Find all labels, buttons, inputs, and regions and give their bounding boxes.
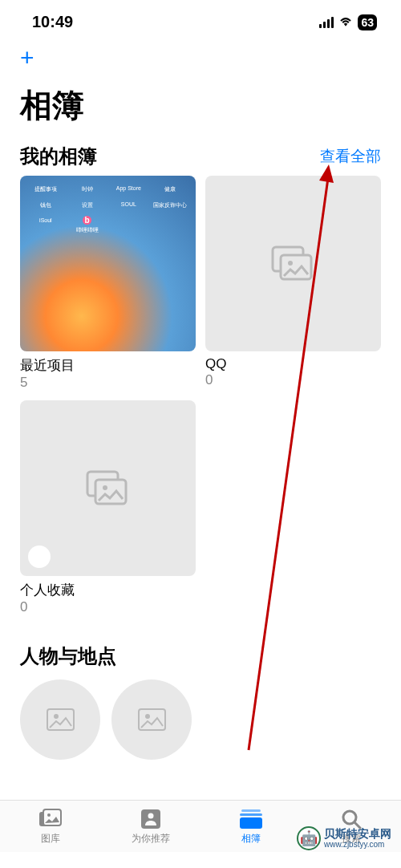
tab-label: 为你推荐 <box>132 832 170 846</box>
wifi-icon <box>338 15 353 30</box>
album-thumbnail: 提醒事项 时钟 App Store 健康 钱包 设置 SOUL 国家反诈中心 i… <box>20 176 196 351</box>
person-placeholder-icon <box>138 708 166 731</box>
svg-rect-15 <box>141 809 160 829</box>
svg-point-9 <box>145 714 150 719</box>
people-row <box>0 675 401 760</box>
svg-point-5 <box>103 485 107 490</box>
tab-albums[interactable]: 相簿 <box>200 801 301 852</box>
watermark-url: www.zjbstyy.com <box>324 840 391 849</box>
status-indicators: 63 <box>319 14 377 30</box>
library-icon <box>38 808 63 830</box>
status-time: 10:49 <box>32 13 73 31</box>
add-album-button[interactable]: + <box>0 40 401 75</box>
album-recent[interactable]: 提醒事项 时钟 App Store 健康 钱包 设置 SOUL 国家反诈中心 i… <box>20 176 196 391</box>
svg-rect-19 <box>240 817 262 829</box>
screenshot-preview: 提醒事项 时钟 App Store 健康 钱包 设置 SOUL 国家反诈中心 i… <box>20 184 196 234</box>
watermark-logo-icon: 🤖 <box>297 826 321 850</box>
album-qq[interactable]: QQ 0 <box>205 176 381 391</box>
gallery-icon <box>86 470 130 506</box>
watermark-title: 贝斯特安卓网 <box>324 828 391 840</box>
svg-rect-17 <box>241 809 261 812</box>
person-item[interactable] <box>111 679 192 760</box>
page-title: 相簿 <box>0 75 401 140</box>
svg-point-14 <box>47 813 51 817</box>
album-name: QQ <box>205 356 381 372</box>
person-placeholder-icon <box>47 708 75 731</box>
my-albums-header: 我的相簿 查看全部 <box>0 140 401 176</box>
cellular-signal-icon <box>319 17 334 28</box>
album-name: 个人收藏 <box>20 581 196 599</box>
battery-indicator: 63 <box>358 14 377 30</box>
album-count: 5 <box>20 375 196 391</box>
tab-for-you[interactable]: 为你推荐 <box>100 801 200 852</box>
tab-label: 图库 <box>41 832 60 846</box>
svg-rect-13 <box>43 809 61 825</box>
person-item[interactable] <box>20 679 100 760</box>
album-thumbnail <box>205 176 381 351</box>
people-places-section: 人物与地点 <box>0 639 401 760</box>
albums-icon <box>238 808 264 830</box>
album-count: 0 <box>205 372 381 388</box>
album-thumbnail <box>20 400 196 576</box>
for-you-icon <box>138 808 164 830</box>
album-count: 0 <box>20 599 196 615</box>
svg-point-7 <box>54 714 59 719</box>
album-favorites[interactable]: 个人收藏 0 <box>20 400 196 615</box>
gallery-icon <box>271 245 315 282</box>
albums-grid: 提醒事项 时钟 App Store 健康 钱包 设置 SOUL 国家反诈中心 i… <box>0 176 401 615</box>
svg-point-2 <box>288 261 293 266</box>
plus-icon: + <box>20 44 34 71</box>
people-places-title: 人物与地点 <box>20 643 116 669</box>
tab-library[interactable]: 图库 <box>0 801 100 852</box>
svg-point-16 <box>148 813 153 818</box>
watermark: 🤖 贝斯特安卓网 www.zjbstyy.com <box>297 826 391 850</box>
heart-icon <box>28 546 51 568</box>
status-bar: 10:49 63 <box>0 0 401 40</box>
see-all-link[interactable]: 查看全部 <box>320 146 381 167</box>
svg-rect-18 <box>240 813 262 816</box>
tab-label: 相簿 <box>241 832 261 846</box>
album-name: 最近项目 <box>20 356 196 375</box>
my-albums-title: 我的相簿 <box>20 144 97 169</box>
